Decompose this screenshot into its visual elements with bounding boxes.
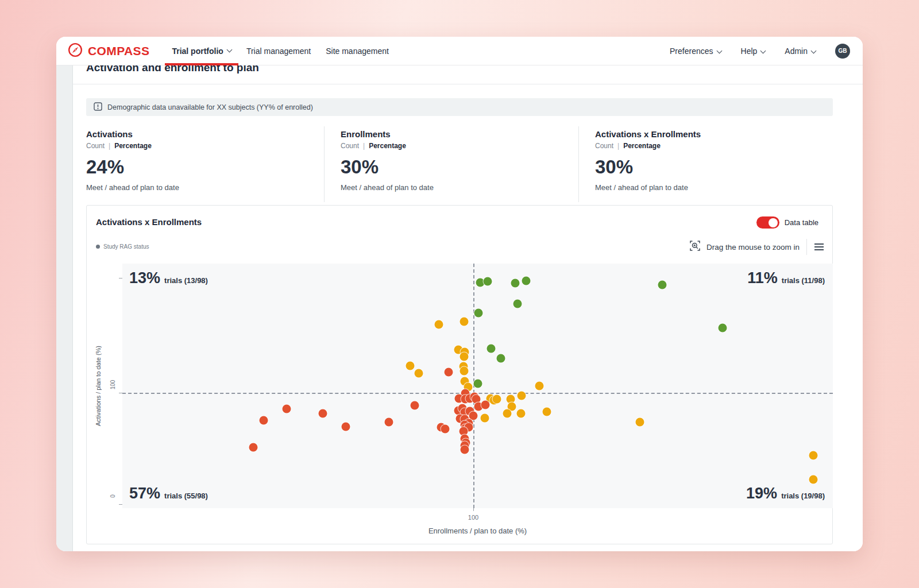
kpi-title: Activations x Enrollments [595, 129, 827, 139]
count-option[interactable]: Count [86, 142, 105, 150]
kpi-row: Activations Count | Percentage 24% Meet … [86, 126, 833, 202]
scatter-point[interactable] [522, 277, 531, 285]
brand[interactable]: COMPASS [68, 42, 149, 60]
marquee-zoom-icon [689, 240, 701, 254]
kpi-title: Enrollments [341, 129, 573, 139]
data-table-toggle[interactable] [756, 216, 779, 229]
kpi-activations: Activations Count | Percentage 24% Meet … [86, 126, 324, 202]
app-window: COMPASS Trial portfolio Trial management… [56, 37, 863, 551]
scatter-point[interactable] [385, 418, 393, 427]
scatter-point[interactable] [503, 409, 512, 418]
zoom-hint-label: Drag the mouse to zoom in [706, 243, 800, 252]
kpi-value: 30% [341, 156, 573, 178]
chevron-down-icon [716, 48, 722, 53]
scatter-point[interactable] [809, 475, 818, 484]
data-table-label: Data table [785, 218, 818, 227]
nav-item-trial-portfolio[interactable]: Trial portfolio [164, 37, 238, 65]
percentage-option[interactable]: Percentage [369, 142, 406, 150]
alert-icon [94, 102, 102, 113]
divider [73, 84, 863, 84]
scatter-point[interactable] [435, 320, 443, 329]
scatter-point[interactable] [415, 369, 423, 378]
kpi-value: 30% [595, 156, 827, 178]
chart-toolbar: Drag the mouse to zoom in [689, 239, 824, 255]
scatter-point[interactable] [481, 414, 489, 423]
scatter-point[interactable] [445, 368, 453, 377]
scatter-point[interactable] [460, 367, 469, 376]
legend-label: Study RAG status [103, 243, 149, 250]
x-axis-tick-100: 100 [468, 514, 478, 521]
x-tick-mark [473, 508, 474, 511]
count-percentage-toggle: Count | Percentage [86, 142, 318, 150]
scatter-point[interactable] [493, 395, 501, 404]
left-gutter [56, 65, 73, 551]
x-axis-title: Enrollments / plan to date (%) [122, 527, 833, 535]
count-option[interactable]: Count [341, 142, 359, 150]
chevron-down-icon [226, 47, 232, 53]
hamburger-menu-icon[interactable] [814, 243, 824, 251]
preferences-menu[interactable]: Preferences [670, 47, 721, 56]
scatter-point[interactable] [636, 418, 644, 427]
chevron-down-icon [760, 48, 766, 53]
scatter-point[interactable] [461, 446, 469, 454]
plot-area[interactable]: 13%trials (13/98) 11%trials (11/98) 57%t… [122, 264, 833, 508]
scatter-point[interactable] [283, 405, 291, 413]
divider [806, 239, 807, 255]
scatter-point[interactable] [249, 443, 258, 452]
scatter-point[interactable] [487, 345, 496, 353]
nav-item-trial-management[interactable]: Trial management [239, 37, 318, 65]
chart-title: Activations x Enrollments [96, 217, 202, 227]
percentage-option[interactable]: Percentage [623, 142, 661, 150]
scatter-point[interactable] [460, 353, 469, 361]
scatter-point[interactable] [535, 382, 544, 390]
main-content: Activation and enrollment to plan Demogr… [73, 65, 863, 551]
count-percentage-toggle: Count | Percentage [595, 142, 827, 150]
help-menu[interactable]: Help [741, 47, 766, 56]
brand-name: COMPASS [88, 44, 149, 58]
primary-nav: Trial portfolio Trial management Site ma… [164, 37, 396, 65]
scatter-point[interactable] [441, 425, 450, 434]
scatter-point[interactable] [543, 408, 551, 416]
admin-menu[interactable]: Admin [785, 47, 816, 56]
scatter-point[interactable] [474, 380, 482, 388]
app-header: COMPASS Trial portfolio Trial management… [56, 37, 863, 65]
scatter-point[interactable] [319, 409, 327, 418]
scatter-point[interactable] [518, 392, 526, 400]
kpi-enrollments: Enrollments Count | Percentage 30% Meet … [324, 126, 578, 202]
count-option[interactable]: Count [595, 142, 613, 150]
scatter-point[interactable] [658, 281, 667, 289]
scatter-point[interactable] [484, 277, 492, 286]
kpi-title: Activations [86, 129, 318, 139]
scatter-point[interactable] [809, 451, 818, 460]
quadrant-label-top-left: 13%trials (13/98) [129, 269, 208, 287]
avatar[interactable]: GB [835, 44, 850, 59]
scatter-point[interactable] [406, 362, 415, 370]
nav-item-site-management[interactable]: Site management [318, 37, 396, 65]
scatter-point[interactable] [411, 401, 419, 410]
chevron-down-icon [811, 48, 817, 53]
y-axis-tick-0: 0 [110, 494, 119, 498]
scatter-point[interactable] [260, 416, 268, 425]
count-percentage-toggle: Count | Percentage [341, 142, 573, 150]
y-axis-tick-100: 100 [110, 380, 119, 390]
scatter-point[interactable] [517, 409, 526, 418]
kpi-value: 24% [86, 156, 318, 178]
quadrant-label-top-right: 11%trials (11/98) [747, 269, 825, 287]
scatter-point[interactable] [474, 309, 483, 318]
scatter-point[interactable] [497, 354, 505, 363]
scatter-point[interactable] [342, 423, 350, 431]
scatter-point[interactable] [481, 401, 490, 409]
chart-card: Activations x Enrollments Data table Stu… [86, 205, 833, 544]
scatter-point[interactable] [511, 279, 520, 288]
scatter-point[interactable] [513, 300, 522, 308]
header-right: Preferences Help Admin GB [670, 44, 850, 59]
kpi-caption: Meet / ahead of plan to date [86, 183, 318, 192]
scatter-point[interactable] [460, 318, 469, 326]
kpi-caption: Meet / ahead of plan to date [341, 183, 573, 192]
percentage-option[interactable]: Percentage [114, 142, 152, 150]
info-banner: Demographic data unavailable for XX subj… [86, 98, 833, 116]
scatter-point[interactable] [719, 324, 727, 332]
chart-legend: Study RAG status [96, 243, 149, 250]
kpi-activations-x-enrollments: Activations x Enrollments Count | Percen… [578, 126, 833, 202]
quadrant-label-bottom-right: 19%trials (19/98) [746, 485, 825, 502]
